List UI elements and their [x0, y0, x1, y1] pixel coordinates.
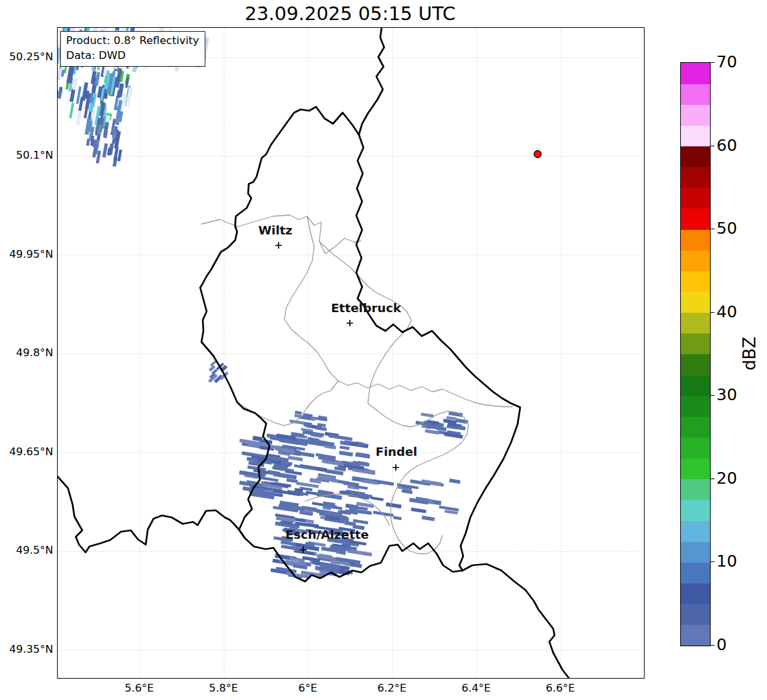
colorbar-tick-mark — [710, 146, 715, 146]
colorbar-block — [681, 271, 710, 292]
colorbar — [680, 62, 711, 646]
echo-bin — [117, 150, 122, 161]
echo-bin — [339, 446, 350, 450]
colorbar-tick-mark — [710, 312, 715, 313]
belgium-germany-border — [359, 28, 384, 135]
colorbar-block — [681, 416, 710, 438]
echo-bin — [102, 143, 108, 157]
echo-cluster-northwest-band-c — [69, 86, 126, 135]
longitude-tick-label: 5.6°E — [113, 682, 165, 695]
colorbar-block — [681, 125, 710, 146]
longitude-tick-label: 6.2°E — [366, 682, 418, 695]
city-plus-marker — [393, 464, 399, 471]
city-label: Wiltz — [258, 223, 293, 237]
colorbar-block — [681, 229, 710, 251]
colorbar-block — [681, 63, 710, 84]
colorbar-tick-mark — [710, 395, 715, 396]
city-wiltz: Wiltz — [258, 223, 293, 249]
figure-title: 23.09.2025 05:15 UTC — [57, 3, 643, 25]
product-info-box: Product: 0.8° Reflectivity Data: DWD — [60, 31, 205, 67]
city-label: Findel — [376, 445, 417, 458]
colorbar-block — [681, 354, 710, 376]
france-germany-border — [463, 564, 569, 678]
radar-figure: 23.09.2025 05:15 UTC WiltzEttelbruckFind… — [0, 0, 767, 700]
colorbar-block — [681, 333, 710, 355]
colorbar-axis-label: dBZ — [730, 334, 767, 373]
latitude-tick-label: 50.1°N — [0, 149, 53, 162]
city-label: Esch/Alzette — [286, 528, 369, 541]
colorbar-block — [681, 583, 710, 605]
colorbar-block — [681, 167, 710, 188]
district-border-line — [319, 242, 411, 403]
colorbar-tick-label: 60 — [716, 137, 737, 153]
france-belgium-border — [58, 477, 245, 552]
colorbar-block — [681, 604, 710, 626]
map-axes: WiltzEttelbruckFindelEsch/Alzette Produc… — [57, 27, 645, 679]
colorbar-tick-mark — [710, 645, 715, 646]
latitude-tick-label: 49.35°N — [0, 643, 53, 656]
echo-cluster-south-dashes — [356, 479, 461, 521]
echo-bin — [69, 103, 74, 119]
colorbar-tick-label: 20 — [716, 470, 737, 486]
colorbar-tick-mark — [710, 62, 715, 63]
colorbar-tick-mark — [710, 229, 715, 229]
radar-echo-layer — [58, 28, 468, 579]
echo-bin — [425, 429, 440, 435]
colorbar-block — [681, 500, 710, 521]
echo-bin — [84, 107, 88, 119]
colorbar-block — [681, 313, 710, 334]
colorbar-block — [681, 438, 710, 459]
city-findel: Findel — [376, 445, 417, 471]
product-info-line1: Product: 0.8° Reflectivity — [66, 34, 199, 49]
colorbar-block — [681, 562, 710, 583]
colorbar-tick-label: 0 — [716, 637, 727, 653]
colorbar-tick-mark — [710, 561, 715, 562]
colorbar-block — [681, 396, 710, 417]
colorbar-block — [681, 250, 710, 271]
echo-bin — [76, 111, 82, 126]
echo-bin — [295, 411, 302, 414]
city-label: Ettelbruck — [331, 301, 402, 315]
colorbar-block — [681, 292, 710, 313]
radar-site-layer — [534, 151, 542, 158]
latitude-tick-label: 49.5°N — [0, 544, 53, 557]
colorbar-block — [681, 209, 710, 230]
product-info-line2: Data: DWD — [66, 49, 199, 63]
longitude-tick-label: 6°E — [282, 682, 334, 695]
colorbar-block — [681, 188, 710, 209]
echo-bin — [339, 451, 353, 457]
city-plus-marker — [275, 242, 282, 249]
echo-bin — [328, 434, 352, 441]
colorbar-block — [681, 479, 710, 501]
colorbar-tick-label: 10 — [716, 553, 737, 569]
longitude-tick-label: 6.6°E — [534, 682, 586, 695]
echo-bin — [420, 412, 433, 418]
latitude-tick-label: 49.95°N — [0, 248, 53, 261]
graticule-gridlines — [58, 28, 644, 678]
latitude-tick-label: 50.25°N — [0, 51, 53, 63]
echo-bin — [449, 479, 461, 484]
city-ettelbruck: Ettelbruck — [331, 301, 402, 326]
colorbar-block — [681, 521, 710, 542]
colorbar-block — [681, 458, 710, 480]
echo-bin — [411, 508, 426, 514]
colorbar-block — [681, 84, 710, 105]
longitude-tick-label: 5.8°E — [198, 682, 249, 695]
colorbar-tick-label: 70 — [716, 54, 737, 70]
radar-site-dot — [534, 151, 542, 158]
echo-bin — [385, 502, 401, 508]
colorbar-tick-label: 30 — [716, 387, 737, 403]
echo-bin — [348, 549, 372, 556]
longitude-tick-label: 6.4°E — [450, 682, 502, 695]
echo-bin — [422, 515, 435, 521]
echo-bin — [457, 425, 466, 431]
colorbar-block — [681, 375, 710, 396]
echo-bin — [371, 497, 384, 501]
colorbar-tick-mark — [710, 479, 715, 479]
colorbar-block — [681, 146, 710, 168]
echo-bin — [393, 516, 402, 521]
colorbar-tick-label: 40 — [716, 304, 737, 320]
country-borders — [58, 28, 569, 678]
map-canvas: WiltzEttelbruckFindelEsch/Alzette — [58, 28, 644, 678]
colorbar-block — [681, 541, 710, 563]
